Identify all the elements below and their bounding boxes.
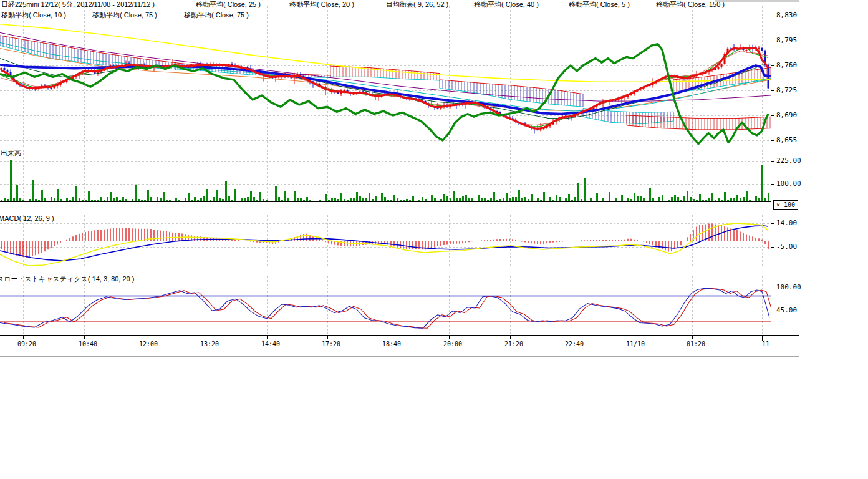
volume-panel-label: 出来高	[1, 148, 21, 158]
indicator-label-row1-3: 一目均衡表( 9, 26, 52 )	[379, 0, 448, 9]
price-axis-label: 8,690	[776, 111, 797, 119]
ichimoku-cloud	[0, 36, 330, 77]
volume-multiplier-box: × 100	[773, 200, 798, 210]
macd-panel[interactable]	[0, 223, 771, 266]
volume-axis-label: 100.00	[776, 180, 801, 188]
time-axis-label: 01:20	[687, 341, 705, 347]
volume-axis-label: 225.00	[776, 157, 801, 165]
indicator-label-row2-0: 移動平均( Close, 10 )	[1, 11, 66, 20]
chart-canvas[interactable]	[0, 0, 868, 479]
price-panel[interactable]	[0, 24, 771, 144]
macd-panel-label: MACD( 12, 26, 9 )	[0, 215, 54, 222]
time-axis-label: 10:40	[79, 341, 97, 347]
volume-panel[interactable]	[0, 160, 771, 201]
indicator-label-row2-2: 移動平均( Close, 75 )	[184, 11, 249, 20]
price-axis-label: 8,760	[776, 61, 797, 69]
chart-frame	[0, 0, 799, 356]
time-axis-label: 12:00	[139, 341, 158, 347]
indicator-label-row1-5: 移動平均( Close, 5 )	[569, 0, 630, 9]
macd-axis-label: -5.00	[776, 243, 797, 251]
time-axis-label: 09:20	[17, 341, 36, 347]
price-axis-label: 8,830	[776, 11, 797, 19]
time-axis-label: 11	[762, 341, 769, 347]
candlesticks	[1, 44, 769, 134]
macd-axis-label: 14.00	[776, 219, 797, 227]
chart-application-window: 出来高 MACD( 12, 26, 9 ) スロー・ストキャスティクス( 14,…	[0, 0, 868, 479]
stoch-axis-label: 100.00	[776, 283, 801, 291]
indicator-label-row1-1: 移動平均( Close, 25 )	[196, 0, 261, 9]
time-axis-label: 21:20	[504, 341, 523, 347]
window-top-edge	[715, 0, 799, 2]
price-axis-label: 8,795	[776, 36, 797, 44]
time-axis-label: 20:00	[443, 341, 462, 347]
stoch-panel[interactable]	[0, 288, 774, 328]
stoch-axis-label: 45.00	[776, 306, 797, 314]
indicator-label-row1-2: 移動平均( Close, 20 )	[289, 0, 354, 9]
indicator-label-row1-6: 移動平均( Close, 150 )	[656, 0, 725, 9]
indicator-label-row2-1: 移動平均( Close, 75 )	[92, 11, 157, 20]
price-axis-label: 8,655	[776, 136, 797, 144]
price-axis-label: 8,725	[776, 86, 797, 94]
time-axis-label: 17:20	[322, 341, 340, 347]
ichimoku-cloud	[627, 115, 771, 130]
time-axis-label: 18:40	[382, 341, 401, 347]
time-axis-label: 14:40	[261, 341, 280, 347]
indicator-label-row1-4: 移動平均( Close, 40 )	[474, 0, 539, 9]
time-axis-label: 13:20	[200, 341, 219, 347]
stoch-panel-label: スロー・ストキャスティクス( 14, 3, 80, 20 )	[0, 274, 134, 284]
time-axis-label: 22:40	[565, 341, 584, 347]
indicator-label-row1-0: 日経225mini 12/12( 5分, 2012/11/08 - 2012/1…	[1, 0, 155, 9]
time-axis-label: 11/10	[626, 341, 645, 347]
